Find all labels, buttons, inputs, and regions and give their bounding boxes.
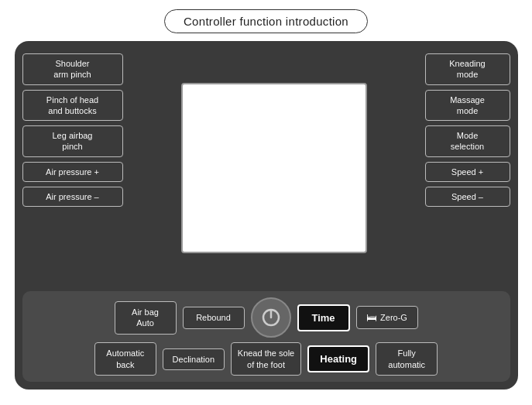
leg-airbag-pinch-btn[interactable]: Leg airbag pinch [22,125,123,157]
automatic-back-btn[interactable]: Automatic back [94,342,156,376]
zerog-btn[interactable]: 🛏 Zero-G [356,306,418,329]
declination-btn[interactable]: Declination [163,348,225,370]
time-btn[interactable]: Time [297,304,350,331]
display-screen [181,83,367,253]
power-icon [260,307,282,328]
heating-btn[interactable]: Heating [307,345,369,372]
knead-sole-btn[interactable]: Knead the sole of the foot [231,342,301,376]
zerog-label: Zero-G [380,313,407,322]
speed-plus-btn[interactable]: Speed + [425,162,510,182]
power-button[interactable] [251,297,291,338]
fully-automatic-btn[interactable]: Fully automatic [376,342,438,376]
mode-selection-btn[interactable]: Mode selection [425,125,510,157]
kneading-mode-btn[interactable]: Kneading mode [425,53,510,85]
zerog-icon: 🛏 [366,311,377,324]
bottom-panel: Air bag Auto Rebound Time 🛏 Zero-G Autom… [22,291,510,382]
pinch-head-buttocks-btn[interactable]: Pinch of head and buttocks [22,90,123,122]
massage-mode-btn[interactable]: Massage mode [425,90,510,122]
speed-minus-btn[interactable]: Speed – [425,187,510,207]
right-panel: Kneading mode Massage mode Mode selectio… [425,50,510,285]
rebound-btn[interactable]: Rebound [183,307,245,328]
center-panel [129,50,419,285]
airbag-auto-btn[interactable]: Air bag Auto [115,301,177,335]
controller-panel: Shoulder arm pinch Pinch of head and but… [15,41,518,390]
bottom-row-1: Air bag Auto Rebound Time 🛏 Zero-G [32,297,501,338]
air-pressure-plus-btn[interactable]: Air pressure + [22,162,123,182]
main-section: Shoulder arm pinch Pinch of head and but… [22,50,510,285]
left-panel: Shoulder arm pinch Pinch of head and but… [22,50,123,285]
bottom-row-2: Automatic back Declination Knead the sol… [32,342,501,376]
shoulder-arm-pinch-btn[interactable]: Shoulder arm pinch [22,53,123,85]
page-title: Controller function introduction [164,9,368,33]
air-pressure-minus-btn[interactable]: Air pressure – [22,187,123,207]
